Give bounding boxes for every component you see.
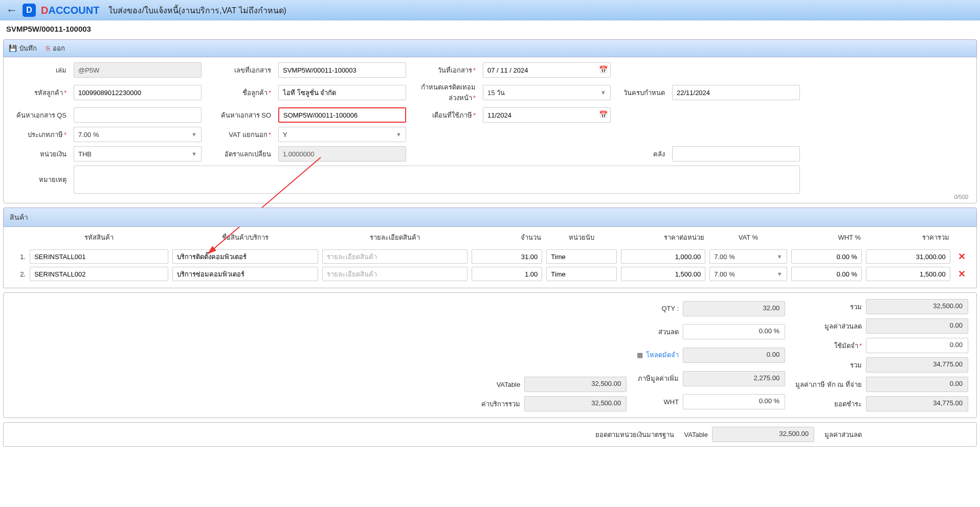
totals-col3: รวม 32,500.00 มูลค่าส่วนลด 0.00 ใช้มัดจำ…: [795, 299, 968, 411]
table-row: 1. 7.00 %▼ ✕: [9, 248, 971, 265]
warehouse-field[interactable]: [672, 146, 800, 162]
remark-textarea[interactable]: [74, 166, 800, 194]
vatsep-label: VAT แยกนอก: [207, 129, 273, 140]
totals-panel: VATable 32,500.00 ค่าบริการรวม 32,500.00…: [3, 292, 977, 418]
col-unit: หน่วยนับ: [544, 227, 619, 248]
col-qty: จำนวน: [470, 227, 544, 248]
item-unit-field[interactable]: [546, 249, 617, 264]
duedate-field[interactable]: [672, 85, 800, 100]
taxmonth-field[interactable]: [483, 107, 611, 123]
item-detail-field[interactable]: [322, 267, 467, 281]
totals-col2: QTY : 32.00 ส่วนลด 0.00 % ▦โหลดมัดจำ 0.0…: [637, 299, 785, 411]
qty-label: QTY :: [637, 305, 679, 312]
item-unitprice-field[interactable]: [621, 267, 705, 281]
credit-select[interactable]: 15 วัน▼: [483, 85, 611, 100]
item-code-field[interactable]: [30, 267, 168, 281]
grand-value: 34,775.00: [866, 357, 968, 373]
book-field: [74, 62, 202, 78]
whtamt-label: มูลค่าภาษี หัก ณ ที่จ่าย: [795, 379, 862, 390]
page-title: ใบส่งของ/ใบแจ้งหนี้(งานบริการ,VAT ไม่ถึง…: [108, 4, 286, 17]
vat-label: ภาษีมูลค่าเพิ่ม: [637, 373, 679, 384]
calendar-icon[interactable]: 📅: [599, 65, 608, 74]
discamt-label: มูลค่าส่วนลด: [795, 321, 862, 332]
whtamt-value: 0.00: [866, 377, 968, 392]
ft-vatable-label: VATable: [684, 431, 708, 439]
items-section-header: สินค้า: [3, 208, 977, 227]
searchso-field[interactable]: [278, 107, 406, 123]
currency-select[interactable]: THB▼: [74, 146, 202, 162]
item-vat-select[interactable]: 7.00 %▼: [709, 267, 787, 281]
wht-value[interactable]: 0.00 %: [683, 394, 785, 409]
item-vat-select[interactable]: 7.00 %▼: [709, 249, 787, 264]
item-wht-field[interactable]: [791, 249, 862, 264]
col-wht: WHT %: [789, 227, 864, 248]
item-total-field[interactable]: [866, 267, 950, 281]
save-label: บันทึก: [19, 43, 37, 54]
exit-button[interactable]: ⎘ ออก: [46, 43, 65, 54]
item-code-field[interactable]: [30, 249, 168, 264]
sum-value: 32,500.00: [866, 299, 968, 314]
items-panel: รหัสสินค้า ชื่อสินค้า/บริการ รายละเอียดส…: [3, 227, 977, 288]
item-total-field[interactable]: [866, 249, 950, 264]
save-icon: 💾: [9, 44, 17, 52]
items-table: รหัสสินค้า ชื่อสินค้า/บริการ รายละเอียดส…: [9, 227, 971, 283]
duedate-label: วันครบกำหนด: [616, 87, 667, 98]
wht-label: WHT: [637, 398, 679, 406]
qty-value: 32.00: [683, 301, 785, 316]
item-qty-field[interactable]: [472, 249, 542, 264]
std-label: ยอดตามหน่วยเงินมาตรฐาน: [595, 429, 674, 440]
usedeposit-value[interactable]: 0.00: [866, 338, 968, 353]
col-total: ราคารวม: [864, 227, 952, 248]
delete-row-button[interactable]: ✕: [952, 265, 971, 283]
item-detail-field[interactable]: [322, 249, 467, 264]
vattype-select[interactable]: 7.00 %▼: [74, 127, 202, 142]
app-logo-text: DACCOUNT: [41, 5, 99, 16]
custname-field[interactable]: [278, 85, 406, 100]
item-unitprice-field[interactable]: [621, 249, 705, 264]
currency-label: หน่วยเงิน: [10, 149, 69, 159]
vatable-value: 32,500.00: [524, 377, 627, 392]
netpay-label: ยอดชำระ: [795, 399, 862, 409]
footer-panel: ยอดตามหน่วยเงินมาตรฐาน VATable 32,500.00…: [3, 422, 977, 447]
docdate-field[interactable]: [483, 62, 611, 78]
usedeposit-label: ใช้มัดจำ: [795, 340, 862, 351]
docno-field[interactable]: [278, 62, 406, 78]
taxmonth-label: เดือนที่ใช้ภาษี: [411, 110, 478, 121]
servicetotal-value: 32,500.00: [524, 396, 627, 411]
docdate-label: วันที่เอกสาร: [411, 65, 478, 76]
chevron-down-icon: ▼: [777, 254, 783, 260]
chevron-down-icon: ▼: [600, 89, 606, 96]
back-arrow-icon[interactable]: ←: [6, 4, 17, 17]
row-index: 2.: [9, 265, 28, 283]
action-toolbar: 💾 บันทึก ⎘ ออก: [3, 39, 977, 57]
remark-label: หมายเหตุ: [10, 174, 69, 185]
searchqs-field[interactable]: [74, 107, 202, 123]
col-detail: รายละเอียดสินค้า: [320, 227, 470, 248]
ft-vatable-value: 32,500.00: [712, 427, 814, 442]
servicetotal-label: ค่าบริการรวม: [481, 399, 520, 409]
exit-icon: ⎘: [46, 44, 50, 52]
netpay-value: 34,775.00: [866, 396, 968, 411]
loaddeposit-link[interactable]: ▦โหลดมัดจำ: [637, 350, 679, 360]
vat-value: 2,275.00: [683, 371, 785, 386]
calendar-icon[interactable]: 📅: [599, 110, 608, 119]
chevron-down-icon: ▼: [191, 151, 197, 157]
delete-row-button[interactable]: ✕: [952, 248, 971, 265]
app-logo-icon: D: [23, 4, 36, 17]
vatable-label: VATable: [481, 381, 520, 388]
item-wht-field[interactable]: [791, 267, 862, 281]
item-name-field[interactable]: [172, 267, 318, 281]
save-button[interactable]: 💾 บันทึก: [9, 43, 37, 54]
item-qty-field[interactable]: [472, 267, 542, 281]
discount-value[interactable]: 0.00 %: [683, 324, 785, 339]
char-counter: 0/500: [954, 194, 968, 200]
item-unit-field[interactable]: [546, 267, 617, 281]
exrate-label: อัตราแลกเปลี่ยน: [207, 149, 273, 159]
col-name: ชื่อสินค้า/บริการ: [170, 227, 320, 248]
table-icon: ▦: [637, 351, 643, 359]
book-label: เล่ม: [10, 65, 69, 76]
searchqs-label: ค้นหาเอกสาร QS: [10, 110, 69, 121]
custcode-field[interactable]: [74, 85, 202, 100]
item-name-field[interactable]: [172, 249, 318, 264]
vatsep-select[interactable]: Y▼: [278, 127, 406, 142]
